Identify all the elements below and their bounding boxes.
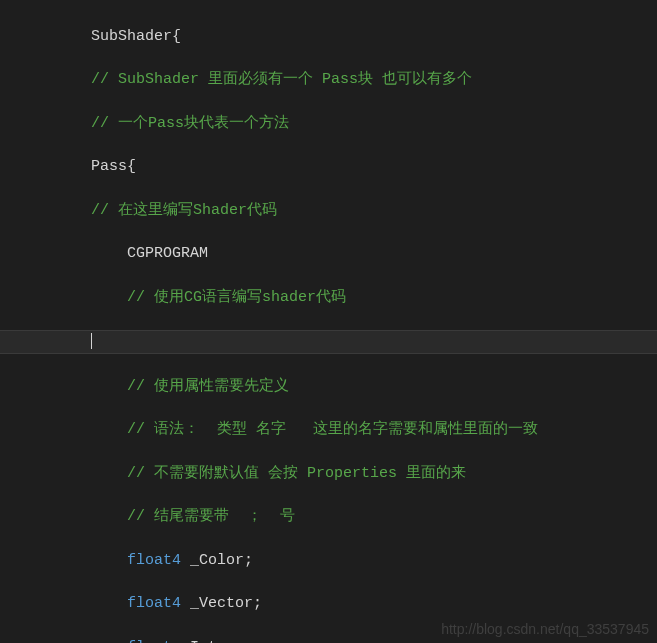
comment: // 使用CG语言编写shader代码 (127, 289, 346, 306)
code-line: SubShader{ (0, 26, 657, 48)
comment: // 一个Pass块代表一个方法 (91, 115, 289, 132)
comment: // 使用属性需要先定义 (127, 378, 289, 395)
type-keyword: float4 (127, 595, 181, 612)
code-line: // 使用CG语言编写shader代码 (0, 287, 657, 309)
code-line: CGPROGRAM (0, 243, 657, 265)
comment: // 不需要附默认值 会按 Properties 里面的来 (127, 465, 466, 482)
code-line: // SubShader 里面必须有一个 Pass块 也可以有多个 (0, 69, 657, 91)
watermark: http://blog.csdn.net/qq_33537945 (441, 619, 649, 639)
code-line: float4 _Color; (0, 550, 657, 572)
comment: // 结尾需要带 ； 号 (127, 508, 295, 525)
code-editor[interactable]: SubShader{ // SubShader 里面必须有一个 Pass块 也可… (0, 0, 657, 643)
comment: // SubShader 里面必须有一个 Pass块 也可以有多个 (91, 71, 472, 88)
code-line: // 语法： 类型 名字 这里的名字需要和属性里面的一致 (0, 419, 657, 441)
comment: // 语法： 类型 名字 这里的名字需要和属性里面的一致 (127, 421, 538, 438)
code-line: // 在这里编写Shader代码 (0, 200, 657, 222)
type-keyword: float4 (127, 552, 181, 569)
token-pass: Pass (91, 158, 127, 175)
cursor-line[interactable] (0, 330, 657, 354)
comment: // 在这里编写Shader代码 (91, 202, 277, 219)
type-keyword: float (127, 639, 172, 643)
code-line: Pass{ (0, 156, 657, 178)
code-line: // 一个Pass块代表一个方法 (0, 113, 657, 135)
code-line: // 使用属性需要先定义 (0, 376, 657, 398)
token-cgprogram: CGPROGRAM (127, 245, 208, 262)
code-line: // 不需要附默认值 会按 Properties 里面的来 (0, 463, 657, 485)
text-cursor (91, 333, 92, 349)
token-subshader: SubShader (91, 28, 172, 45)
code-line: float4 _Vector; (0, 593, 657, 615)
code-line: // 结尾需要带 ； 号 (0, 506, 657, 528)
